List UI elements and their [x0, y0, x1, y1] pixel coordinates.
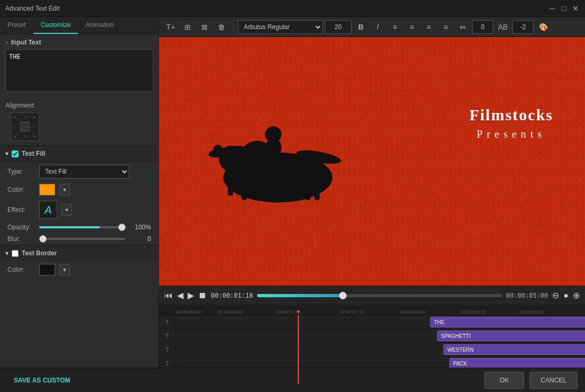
- color-dropdown-btn[interactable]: ▼: [59, 184, 70, 195]
- save-custom-button[interactable]: SAVE AS CUSTOM: [7, 372, 76, 388]
- tab-preset[interactable]: Preset: [0, 17, 33, 34]
- progress-thumb: [339, 292, 347, 299]
- ok-button[interactable]: OK: [484, 372, 524, 389]
- preview-line1: Filmstocks: [469, 106, 553, 124]
- zoom-in-btn[interactable]: ⊕: [573, 290, 580, 300]
- border-color-row: Color: ▼: [0, 261, 158, 278]
- ruler-tick-5: 00:00:04:00: [461, 309, 486, 315]
- align-top-left[interactable]: ↖: [11, 113, 20, 122]
- opacity-row: Opacity: 100%: [0, 221, 158, 233]
- color-wheel-btn[interactable]: 🎨: [536, 20, 551, 34]
- window-title: Advanced Text Edit: [5, 5, 544, 12]
- close-button[interactable]: ✕: [571, 4, 580, 13]
- border-color-dropdown-btn[interactable]: ▼: [59, 264, 70, 275]
- color-row: Color: ▼: [0, 181, 158, 198]
- resize-btn[interactable]: ⊞: [180, 20, 195, 34]
- text-fill-chevron: ▾: [5, 150, 8, 157]
- track-icon-1: T: [159, 315, 176, 328]
- text-border-label: Text Border: [22, 250, 57, 257]
- svg-rect-5: [305, 168, 311, 200]
- opacity-slider[interactable]: [39, 226, 126, 228]
- align-bot-right[interactable]: ↘: [30, 131, 39, 140]
- track-icon-3: T: [159, 343, 176, 356]
- align-bot-center[interactable]: ↓: [20, 131, 29, 140]
- crop-btn[interactable]: ⊠: [197, 20, 212, 34]
- prev-frame-btn[interactable]: ◀: [177, 290, 183, 300]
- text-border-checkbox[interactable]: [12, 250, 19, 257]
- alignment-label: Alignment:: [5, 102, 153, 109]
- left-panel: Preset Customize Animation ▾ Input Text …: [0, 17, 159, 392]
- tab-bar: Preset Customize Animation: [0, 17, 158, 34]
- timeline-track-2: T SPAGHETTI: [159, 329, 585, 343]
- alignment-section: Alignment: ↖ ↑ ↗ ← · → ↙ ↓ ↘: [0, 97, 158, 145]
- track-icon-2: T: [159, 329, 176, 342]
- add-text-btn[interactable]: T+: [163, 20, 178, 34]
- zoom-dot-btn[interactable]: ●: [563, 291, 569, 300]
- align-center[interactable]: ·: [20, 122, 29, 131]
- input-text-header[interactable]: ▾ Input Text: [5, 39, 153, 46]
- align-bot-left[interactable]: ↙: [11, 131, 20, 140]
- maximize-button[interactable]: □: [560, 4, 568, 13]
- play-btn[interactable]: ▶: [188, 290, 194, 300]
- text-border-chevron: ▾: [5, 250, 8, 257]
- effect-preview[interactable]: A: [39, 201, 57, 219]
- rotation-input[interactable]: [472, 20, 493, 34]
- align-mid-right[interactable]: →: [30, 122, 39, 131]
- progress-bar[interactable]: [257, 294, 501, 297]
- italic-btn[interactable]: I: [370, 20, 385, 34]
- playhead[interactable]: [298, 315, 299, 384]
- track-clip-the[interactable]: THE: [430, 317, 585, 327]
- font-size-input[interactable]: [325, 20, 351, 34]
- zoom-out-btn[interactable]: ⊖: [552, 290, 559, 300]
- ruler-tick-4: 00:00:03:05: [400, 309, 426, 315]
- track-content-3: WESTERN: [176, 343, 585, 356]
- align-justify-btn[interactable]: ≡: [438, 20, 453, 34]
- input-text-section: ▾ Input Text THE: [0, 34, 158, 97]
- track-content-2: SPAGHETTI: [176, 329, 585, 342]
- border-color-label: Color:: [7, 266, 35, 273]
- stop-btn[interactable]: ⏹: [198, 291, 207, 300]
- border-color-swatch[interactable]: [39, 264, 55, 275]
- font-select[interactable]: Arbutus Regular: [238, 20, 323, 34]
- kerning-btn[interactable]: AB: [495, 20, 510, 34]
- svg-rect-4: [242, 168, 247, 200]
- go-start-btn[interactable]: ⏮: [164, 291, 173, 300]
- bold-btn[interactable]: B: [353, 20, 368, 34]
- cancel-button[interactable]: CANCEL: [529, 372, 578, 389]
- effect-label: Effect:: [7, 206, 35, 213]
- align-top-center[interactable]: ↑: [20, 113, 29, 122]
- ruler-tick-0: 00:00:00:00: [176, 309, 201, 315]
- type-select[interactable]: Text Fill Gradient Fill Image Fill: [39, 165, 129, 179]
- spacing-btn[interactable]: ⇔: [455, 20, 470, 34]
- dialog-buttons: OK CANCEL: [484, 372, 578, 389]
- alignment-grid[interactable]: ↖ ↑ ↗ ← · → ↙ ↓ ↘: [11, 112, 39, 141]
- track-clip-western[interactable]: WESTERN: [444, 344, 585, 355]
- kerning-input[interactable]: [512, 20, 534, 34]
- delete-btn[interactable]: 🗑: [214, 20, 229, 34]
- effect-dropdown-btn[interactable]: ▼: [61, 204, 72, 216]
- text-fill-header[interactable]: ▾ Text Fill: [0, 145, 158, 162]
- text-fill-checkbox[interactable]: [12, 150, 19, 157]
- right-panel: T+ ⊞ ⊠ 🗑 Arbutus Regular B I ≡ ≡ ≡ ≡ ⇔ A…: [159, 17, 585, 392]
- chevron-icon: ▾: [5, 40, 8, 46]
- minimize-button[interactable]: ─: [548, 4, 556, 13]
- align-center-btn[interactable]: ≡: [404, 20, 419, 34]
- title-bar: Advanced Text Edit ─ □ ✕: [0, 0, 585, 17]
- input-text-field[interactable]: THE: [5, 49, 153, 92]
- ruler-tick-6: 00:00:05:00: [519, 309, 545, 315]
- playback-bar: ⏮ ◀ ▶ ⏹ 00:00:01:18 00:00:05:00 ⊖ ● ⊕: [159, 286, 585, 305]
- track-clip-spaghetti[interactable]: SPAGHETTI: [437, 331, 585, 341]
- align-right-btn[interactable]: ≡: [421, 20, 436, 34]
- align-top-right[interactable]: ↗: [30, 113, 39, 122]
- track-clip-pack[interactable]: PACK: [449, 358, 585, 369]
- color-swatch[interactable]: [39, 184, 55, 195]
- svg-rect-6: [314, 168, 320, 200]
- align-left-btn[interactable]: ≡: [387, 20, 402, 34]
- text-border-header[interactable]: ▾ Text Border: [0, 245, 158, 261]
- tab-animation[interactable]: Animation: [78, 17, 121, 34]
- align-mid-left[interactable]: ←: [11, 122, 20, 131]
- blur-slider[interactable]: [39, 238, 126, 240]
- tab-customize[interactable]: Customize: [33, 17, 78, 34]
- current-time: 00:00:01:18: [211, 292, 253, 299]
- blur-label: Blur:: [7, 235, 35, 243]
